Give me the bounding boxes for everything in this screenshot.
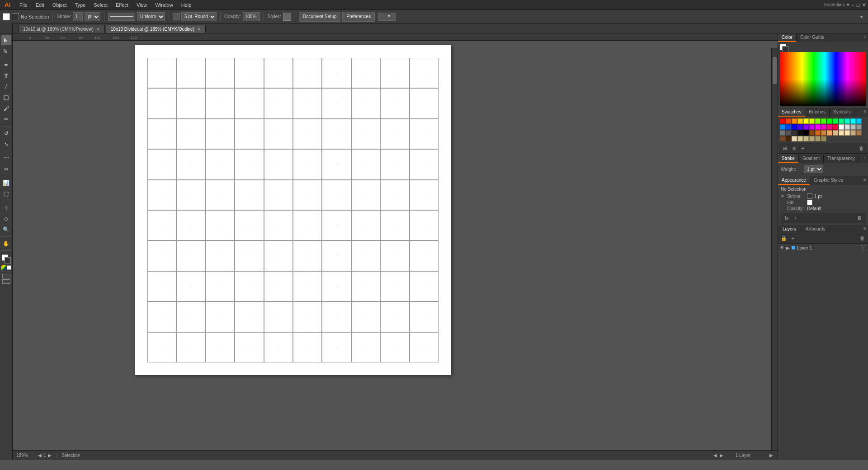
swatch-12[interactable] <box>850 118 856 124</box>
swatch-lib-icon[interactable]: ⊞ <box>781 144 789 152</box>
layers-panel-menu[interactable]: ≡ <box>862 225 868 233</box>
swatch-9[interactable] <box>833 118 838 124</box>
graphic-styles-tab[interactable]: Graphic Styles <box>810 176 847 185</box>
transparency-tab[interactable]: Transparency <box>824 155 859 163</box>
direct-select-tool[interactable] <box>1 46 11 56</box>
warp-tool[interactable]: 〰 <box>1 153 11 163</box>
layer-1-eye[interactable]: 👁 <box>780 245 784 250</box>
app-fill-swatch[interactable] <box>807 200 812 205</box>
swatch-46[interactable] <box>803 136 809 141</box>
swatch-new-icon[interactable]: + <box>799 144 807 152</box>
next-page-btn[interactable]: ▶ <box>48 453 52 458</box>
swatch-18[interactable] <box>803 124 809 130</box>
status-right-arrow[interactable]: ▶ <box>769 453 773 458</box>
menu-edit[interactable]: Edit <box>32 1 48 9</box>
swatch-11[interactable] <box>844 118 850 124</box>
swatch-27[interactable] <box>856 124 862 130</box>
cp-stroke-box[interactable] <box>782 46 788 52</box>
stroke-unit-select[interactable]: pt <box>85 12 100 21</box>
layer-1-expand[interactable]: ▶ <box>786 245 790 250</box>
stroke-panel-menu[interactable]: ≡ <box>862 155 868 163</box>
menu-effect[interactable]: Effect <box>112 1 132 9</box>
swatch-21[interactable] <box>821 124 826 130</box>
doc-setup-btn[interactable]: Document Setup <box>299 12 341 22</box>
swatch-2[interactable] <box>792 118 797 124</box>
menu-object[interactable]: Object <box>49 1 71 9</box>
swatch-45[interactable] <box>797 136 803 141</box>
swatch-39[interactable] <box>844 130 850 136</box>
arrange-down-btn[interactable]: ▾ <box>387 13 396 21</box>
app-new-icon[interactable]: + <box>792 214 800 222</box>
color-guide-tab[interactable]: Color Guide <box>797 33 828 42</box>
stroke-weight-input[interactable] <box>73 12 83 21</box>
swatch-35[interactable] <box>821 130 826 136</box>
swatch-8[interactable] <box>827 118 832 124</box>
tab-2[interactable]: 10x10 Divider.ai @ 189% (CMYK/Outline) ✕ <box>106 25 206 33</box>
layers-tab[interactable]: Layers <box>778 225 801 233</box>
slice-tool[interactable]: ⊹ <box>1 203 11 213</box>
column-graph-tool[interactable]: 📊 <box>1 178 11 188</box>
essentials-dropdown-icon[interactable]: ▾ <box>847 2 849 8</box>
styles-box[interactable] <box>283 13 291 21</box>
swatch-36[interactable] <box>827 130 832 136</box>
swatch-25[interactable] <box>844 124 850 130</box>
brush-tool[interactable]: 🖌 <box>1 103 11 113</box>
menu-help[interactable]: Help <box>178 1 195 9</box>
minimize-btn[interactable]: − <box>851 1 855 9</box>
app-stroke-visibility[interactable]: 👁 <box>781 194 784 198</box>
close-btn[interactable]: ✕ <box>862 2 866 8</box>
swatch-49[interactable] <box>821 136 826 141</box>
layer-1-toggle[interactable]: ○ <box>861 245 866 250</box>
swatch-17[interactable] <box>797 124 803 130</box>
app-del-icon[interactable]: 🗑 <box>855 214 863 222</box>
swatch-5[interactable] <box>809 118 815 124</box>
swatch-4[interactable] <box>803 118 809 124</box>
draw-mode-behind[interactable] <box>2 279 10 284</box>
tab-1[interactable]: 10x10.ai @ 189% (CMYK/Preview) ✕ <box>18 25 105 33</box>
swatch-20[interactable] <box>815 124 821 130</box>
artboard-tool[interactable] <box>1 189 11 199</box>
status-nav-right[interactable]: ▶ <box>720 453 723 458</box>
swatch-22[interactable] <box>827 124 832 130</box>
line-tool[interactable]: / <box>1 82 11 92</box>
type-tool[interactable]: T <box>1 71 11 81</box>
swatch-41[interactable] <box>856 130 862 136</box>
layers-new-layer-icon[interactable]: + <box>789 234 797 242</box>
preferences-btn[interactable]: Preferences <box>342 12 375 22</box>
layers-lock-icon[interactable]: 🔒 <box>780 234 788 242</box>
tab-1-close[interactable]: ✕ <box>96 27 100 32</box>
swatch-24[interactable] <box>839 124 844 130</box>
appearance-panel-menu[interactable]: ≡ <box>862 176 868 185</box>
swatch-3[interactable] <box>797 118 803 124</box>
swatch-28[interactable] <box>780 130 785 136</box>
swatch-26[interactable] <box>850 124 856 130</box>
scale-tool[interactable]: ⤡ <box>1 139 11 149</box>
menu-file[interactable]: File <box>16 1 31 9</box>
none-btn[interactable] <box>7 265 11 270</box>
swatch-7[interactable] <box>821 118 826 124</box>
stroke-color-box[interactable] <box>12 13 19 20</box>
menu-window[interactable]: Window <box>152 1 177 9</box>
swatches-panel-menu[interactable]: ≡ <box>862 108 868 117</box>
corner-style-select[interactable]: 5 pt. Round <box>181 12 217 21</box>
vertical-scrollbar[interactable] <box>771 48 778 454</box>
prev-page-btn[interactable]: ◀ <box>38 453 42 458</box>
app-stroke-swatch[interactable] <box>807 193 812 199</box>
layers-del-icon[interactable]: 🗑 <box>858 234 866 242</box>
symbols-tab[interactable]: Symbols <box>830 108 854 117</box>
swatch-32[interactable] <box>803 130 809 136</box>
uniform-select[interactable]: Uniform <box>137 12 165 21</box>
vertical-scroll-thumb[interactable] <box>773 57 777 84</box>
color-panel-menu[interactable]: ≡ <box>862 33 868 42</box>
gradient-tab[interactable]: Gradient <box>799 155 824 163</box>
eraser-tool[interactable]: ◇ <box>1 214 11 224</box>
status-nav-left[interactable]: ◀ <box>713 453 717 458</box>
swatch-14[interactable] <box>780 124 785 130</box>
swatch-44[interactable] <box>792 136 797 141</box>
stroke-color-indicator[interactable] <box>5 257 11 263</box>
hand-tool[interactable]: ✋ <box>1 239 11 249</box>
swatch-19[interactable] <box>809 124 815 130</box>
swatch-47[interactable] <box>809 136 815 141</box>
swatch-37[interactable] <box>833 130 838 136</box>
swatch-42[interactable] <box>780 136 785 141</box>
